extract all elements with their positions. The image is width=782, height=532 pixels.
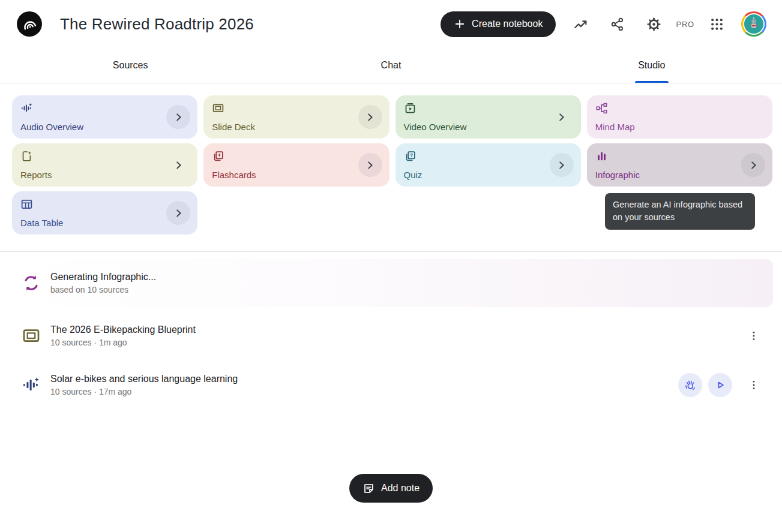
output-type-icon xyxy=(22,375,41,395)
note-icon xyxy=(362,482,375,495)
studio-tool-card[interactable]: Reports xyxy=(12,143,197,187)
studio-tool-icon xyxy=(212,102,224,115)
chevron-right-icon[interactable] xyxy=(741,153,765,177)
header-actions: Create notebook PRO xyxy=(441,11,766,37)
interactive-mode-button[interactable] xyxy=(678,373,702,397)
studio-tool-label: Quiz xyxy=(404,170,573,180)
chevron-right-icon[interactable] xyxy=(550,105,574,129)
chevron-right-icon[interactable] xyxy=(166,105,190,129)
create-notebook-label: Create notebook xyxy=(472,19,543,29)
notebook-title[interactable]: The Rewired Roadtrip 2026 xyxy=(60,15,254,34)
chevron-right-icon[interactable] xyxy=(550,153,574,177)
studio-tool-label: Slide Deck xyxy=(212,122,380,132)
output-title: The 2026 E-Bikepacking Blueprint xyxy=(50,324,196,335)
studio-tool-card[interactable]: Data Table xyxy=(12,191,197,235)
create-notebook-button[interactable]: Create notebook xyxy=(441,11,556,37)
output-actions xyxy=(738,325,765,347)
share-icon[interactable] xyxy=(605,12,629,36)
output-subtitle: 10 sources · 17m ago xyxy=(50,387,238,396)
studio-tool-icon xyxy=(404,150,417,163)
add-note-container: Add note xyxy=(0,474,782,503)
studio-outputs-list: Generating Infographic... based on 10 so… xyxy=(0,252,782,405)
studio-tool-label: Mind Map xyxy=(595,122,764,132)
output-actions xyxy=(678,373,765,397)
studio-tool-card[interactable]: Quiz xyxy=(396,143,581,187)
tab-label: Sources xyxy=(113,60,148,71)
output-subtitle: based on 10 sources xyxy=(50,285,156,294)
play-icon xyxy=(714,378,727,392)
tab-label: Chat xyxy=(381,60,402,71)
add-note-button[interactable]: Add note xyxy=(349,474,433,503)
panel-tab[interactable]: Studio xyxy=(522,48,782,83)
output-text: Generating Infographic... based on 10 so… xyxy=(50,272,156,294)
more-options-icon[interactable] xyxy=(743,374,765,396)
studio-output-row[interactable]: Generating Infographic... based on 10 so… xyxy=(12,259,773,307)
google-apps-grid-icon[interactable] xyxy=(705,12,729,36)
infographic-tooltip: Generate an AI infographic based on your… xyxy=(605,193,755,230)
user-avatar[interactable] xyxy=(741,11,766,37)
studio-output-row[interactable]: Solar e-bikes and serious language learn… xyxy=(12,365,773,405)
panel-tabs: Sources Chat Studio xyxy=(0,48,782,83)
studio-tool-label: Audio Overview xyxy=(20,122,189,132)
studio-tool-label: Video Overview xyxy=(404,122,573,132)
app-header: The Rewired Roadtrip 2026 Create noteboo… xyxy=(0,0,782,48)
studio-tool-card[interactable]: Slide Deck xyxy=(203,95,389,139)
active-tab-underline xyxy=(635,81,669,83)
output-title: Generating Infographic... xyxy=(50,272,156,282)
studio-tool-label: Flashcards xyxy=(212,170,380,180)
output-type-icon xyxy=(22,273,41,293)
panel-tab[interactable]: Chat xyxy=(260,48,521,83)
chevron-right-icon[interactable] xyxy=(166,201,190,225)
studio-tool-icon xyxy=(20,150,33,163)
studio-tool-card[interactable]: Audio Overview xyxy=(12,95,197,139)
output-subtitle: 10 sources · 1m ago xyxy=(50,338,196,347)
add-note-label: Add note xyxy=(381,483,420,494)
studio-tool-card[interactable]: Mind Map xyxy=(587,95,772,139)
analytics-icon[interactable] xyxy=(568,12,592,36)
output-text: The 2026 E-Bikepacking Blueprint 10 sour… xyxy=(50,324,196,347)
studio-tool-icon xyxy=(20,198,33,211)
robot-avatar-image xyxy=(743,13,765,35)
output-text: Solar e-bikes and serious language learn… xyxy=(50,374,238,396)
plus-icon xyxy=(454,18,466,30)
output-title: Solar e-bikes and serious language learn… xyxy=(50,374,238,384)
more-options-icon[interactable] xyxy=(743,325,765,347)
chevron-right-icon[interactable] xyxy=(358,153,382,177)
pro-badge: PRO xyxy=(676,20,694,29)
studio-tool-icon xyxy=(595,102,608,115)
settings-gear-icon[interactable] xyxy=(642,12,666,36)
chevron-right-icon[interactable] xyxy=(166,153,190,177)
play-button[interactable] xyxy=(708,373,732,397)
notebooklm-logo-icon[interactable] xyxy=(17,11,42,37)
studio-tool-card[interactable]: Infographic xyxy=(587,143,772,187)
studio-tool-icon xyxy=(595,150,608,163)
studio-tool-card[interactable]: Flashcards xyxy=(203,143,389,187)
output-type-icon xyxy=(22,326,41,345)
chevron-right-icon[interactable] xyxy=(358,105,382,129)
studio-tool-label: Data Table xyxy=(20,218,189,228)
studio-output-row[interactable]: The 2026 E-Bikepacking Blueprint 10 sour… xyxy=(12,315,773,356)
waving-hand-icon xyxy=(684,378,697,392)
studio-tool-icon xyxy=(20,102,33,115)
studio-tool-icon xyxy=(404,102,417,115)
tab-label: Studio xyxy=(638,60,665,71)
studio-tool-label: Infographic xyxy=(595,170,764,180)
panel-tab[interactable]: Sources xyxy=(0,48,260,83)
studio-tool-icon xyxy=(212,150,224,163)
studio-tool-card[interactable]: Video Overview xyxy=(396,95,581,139)
studio-tool-label: Reports xyxy=(20,170,189,180)
